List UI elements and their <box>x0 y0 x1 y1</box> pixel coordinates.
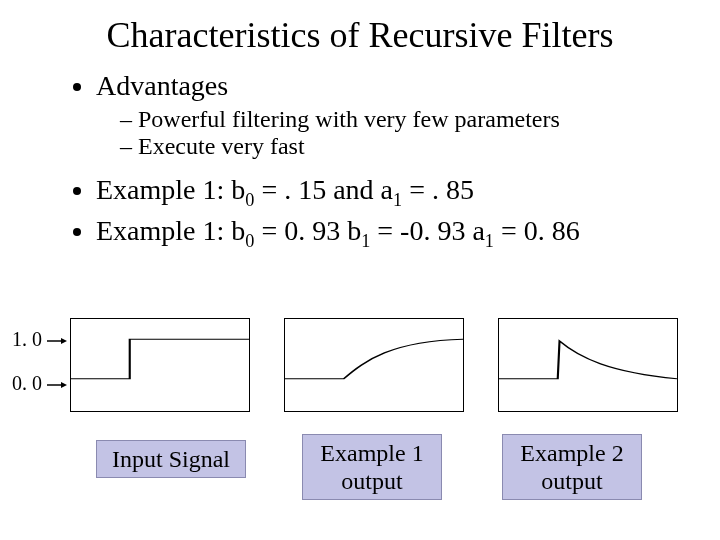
slide: Characteristics of Recursive Filters Adv… <box>0 0 720 540</box>
sub-bullet-1: Powerful filtering with very few paramet… <box>120 106 678 133</box>
slide-title: Characteristics of Recursive Filters <box>0 14 720 56</box>
svg-marker-3 <box>61 382 67 388</box>
caption-example-2: Example 2 output <box>502 434 642 500</box>
y-axis-0-text: 0. 0 <box>12 372 42 394</box>
y-axis-1-text: 1. 0 <box>12 328 42 350</box>
sub-bullet-2: Execute very fast <box>120 133 678 160</box>
arrow-right-icon <box>47 336 67 346</box>
plot-example-2 <box>498 318 678 412</box>
ex2-mid1: = 0. 93 b <box>254 215 361 246</box>
plot-input-signal <box>70 318 250 412</box>
plot-example-1-svg <box>285 319 463 411</box>
bullet-example-1: Example 1: b0 = . 15 and a1 = . 85 <box>96 174 678 211</box>
sub-bullet-list: Powerful filtering with very few paramet… <box>96 106 678 160</box>
ex1-post: = . 85 <box>402 174 474 205</box>
ex1-mid: = . 15 and a <box>254 174 393 205</box>
caption-row: Input Signal Example 1 output Example 2 … <box>70 434 710 514</box>
y-axis-labels: 1. 0 0. 0 <box>12 328 67 416</box>
ex2-pre: Example 1: b <box>96 215 245 246</box>
ex2-post: = 0. 86 <box>494 215 580 246</box>
bullet-advantages-text: Advantages <box>96 70 228 101</box>
y-axis-1: 1. 0 <box>12 328 67 372</box>
caption-example-1: Example 1 output <box>302 434 442 500</box>
slide-body: Advantages Powerful filtering with very … <box>68 70 678 255</box>
ex2-sub1b: 1 <box>485 230 494 250</box>
y-axis-0: 0. 0 <box>12 372 67 416</box>
caption-input-signal: Input Signal <box>96 440 246 478</box>
svg-marker-1 <box>61 338 67 344</box>
plot-input-signal-svg <box>71 319 249 411</box>
ex1-sub1: 1 <box>393 190 402 210</box>
plot-row <box>70 318 710 428</box>
bullet-list: Advantages Powerful filtering with very … <box>68 70 678 251</box>
bullet-advantages: Advantages Powerful filtering with very … <box>96 70 678 160</box>
bullet-example-2: Example 1: b0 = 0. 93 b1 = -0. 93 a1 = 0… <box>96 215 678 252</box>
ex2-sub1a: 1 <box>361 230 370 250</box>
arrow-right-icon <box>47 380 67 390</box>
plot-example-2-svg <box>499 319 677 411</box>
ex1-pre: Example 1: b <box>96 174 245 205</box>
plot-example-1 <box>284 318 464 412</box>
ex2-mid2: = -0. 93 a <box>370 215 485 246</box>
